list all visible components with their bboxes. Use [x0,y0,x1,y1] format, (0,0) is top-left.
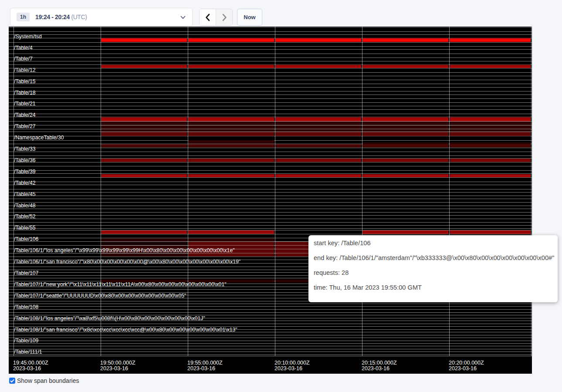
svg-text:/Table/106/1/"los angeles"/"\x: /Table/106/1/"los angeles"/"\x99\x99\x99… [14,247,234,253]
svg-text:2023-03-16: 2023-03-16 [362,365,389,372]
svg-text:20:10:00.000Z: 20:10:00.000Z [274,360,310,366]
svg-text:/Table/24: /Table/24 [14,112,36,118]
svg-text:/System/tsd: /System/tsd [14,34,42,40]
svg-text:/Table/108/1/"los angeles"/"\x: /Table/108/1/"los angeles"/"\xa8\xf5\u00… [14,315,205,321]
svg-text:/NamespaceTable/30: /NamespaceTable/30 [14,135,64,141]
svg-text:/Table/107: /Table/107 [14,270,38,276]
svg-text:/Table/109: /Table/109 [14,338,38,344]
svg-text:/Table/107/1/"seattle"/"UUUUUU: /Table/107/1/"seattle"/"UUUUUUD\x00\x80\… [14,293,186,299]
svg-text:/Table/36: /Table/36 [14,157,36,163]
svg-text:/Table/21: /Table/21 [14,101,36,107]
svg-text:2023-03-16: 2023-03-16 [274,365,302,372]
svg-text:/Table/52: /Table/52 [14,213,36,220]
svg-text:/Table/42: /Table/42 [14,180,36,186]
svg-text:/Table/106: /Table/106 [14,236,38,242]
svg-text:19:50:00.000Z: 19:50:00.000Z [100,360,135,366]
svg-text:20:20:00.000Z: 20:20:00.000Z [449,360,484,366]
svg-text:2023-03-16: 2023-03-16 [13,365,41,372]
svg-text:/Table/107/1/"new york"/"\x11\: /Table/107/1/"new york"/"\x11\x11\x11\x1… [14,281,227,287]
svg-text:/Table/48: /Table/48 [14,203,36,209]
svg-text:2023-03-16: 2023-03-16 [449,365,477,372]
svg-text:/Table/4: /Table/4 [14,45,33,51]
svg-text:2023-03-16: 2023-03-16 [100,365,128,372]
svg-text:/Table/33: /Table/33 [14,146,36,152]
svg-text:/Table/27: /Table/27 [14,123,36,129]
svg-text:/Table/18: /Table/18 [14,90,36,96]
svg-text:/Table/106/1/"san francisco"/": /Table/106/1/"san francisco"/"\x80\x00\x… [14,259,240,265]
svg-text:19:45:00.000Z: 19:45:00.000Z [13,360,48,366]
svg-text:/Table/15: /Table/15 [14,78,36,84]
svg-text:20:15:00.000Z: 20:15:00.000Z [362,360,397,366]
svg-text:/Table/55: /Table/55 [14,225,36,231]
svg-text:/Table/108/1/"san francisco"/": /Table/108/1/"san francisco"/"\x8c\xcc\x… [14,327,237,333]
svg-text:/Table/45: /Table/45 [14,191,36,197]
svg-text:/Table/7: /Table/7 [14,56,33,62]
svg-text:/Table/39: /Table/39 [14,169,36,175]
svg-text:2023-03-16: 2023-03-16 [187,365,215,372]
svg-text:/Table/12: /Table/12 [14,67,36,73]
svg-text:/Table/111/1: /Table/111/1 [14,349,42,355]
svg-text:/Table/108: /Table/108 [14,304,38,310]
svg-text:19:55:00.000Z: 19:55:00.000Z [187,360,223,366]
